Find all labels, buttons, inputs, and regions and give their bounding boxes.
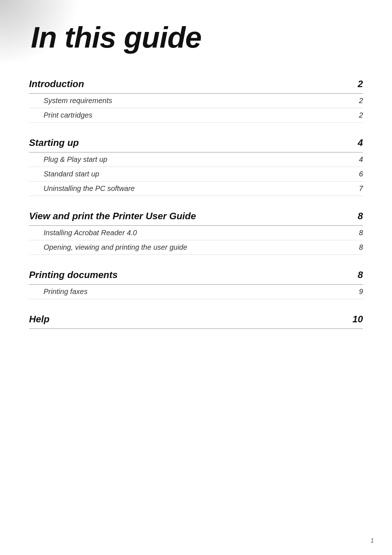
toc-page-help: 10 (348, 314, 363, 325)
toc-subitem-starting-up-1: Standard start up6 (29, 167, 363, 181)
table-of-contents: Introduction2System requirements2Print c… (0, 75, 392, 336)
toc-page-printing-documents: 8 (348, 269, 363, 281)
page-title: In this guide (0, 0, 392, 60)
toc-sublabel-printing-documents-0: Printing faxes (44, 287, 87, 296)
toc-section-header-introduction: Introduction2 (29, 75, 363, 94)
toc-section-header-printing-documents: Printing documents8 (29, 266, 363, 285)
toc-sublabel-view-and-print-0: Installing Acrobat Reader 4.0 (44, 229, 137, 237)
toc-subpage-view-and-print-0: 8 (348, 229, 363, 237)
page-number: 1 (371, 538, 374, 544)
toc-sublabel-view-and-print-1: Opening, viewing and printing the user g… (44, 243, 187, 252)
toc-section-header-help: Help10 (29, 310, 363, 329)
toc-subpage-introduction-1: 2 (348, 111, 363, 119)
toc-subitem-view-and-print-0: Installing Acrobat Reader 4.08 (29, 226, 363, 240)
toc-subpage-printing-documents-0: 9 (348, 287, 363, 296)
toc-section-starting-up: Starting up4Plug & Play start up4Standar… (29, 134, 363, 203)
toc-subitem-view-and-print-1: Opening, viewing and printing the user g… (29, 240, 363, 255)
toc-label-printing-documents: Printing documents (29, 269, 118, 281)
toc-section-help: Help10 (29, 310, 363, 336)
toc-section-printing-documents: Printing documents8Printing faxes9 (29, 266, 363, 306)
toc-subitem-printing-documents-0: Printing faxes9 (29, 285, 363, 299)
toc-subitem-starting-up-2: Uninstalling the PC software7 (29, 181, 363, 196)
toc-subpage-starting-up-2: 7 (348, 184, 363, 193)
toc-sublabel-starting-up-0: Plug & Play start up (44, 155, 107, 164)
toc-subitem-introduction-0: System requirements2 (29, 94, 363, 108)
toc-sublabel-starting-up-1: Standard start up (44, 170, 99, 178)
toc-subitem-introduction-1: Print cartridges2 (29, 108, 363, 123)
toc-sublabel-starting-up-2: Uninstalling the PC software (44, 184, 135, 193)
toc-label-introduction: Introduction (29, 78, 84, 90)
toc-page-introduction: 2 (348, 78, 363, 90)
toc-section-view-and-print: View and print the Printer User Guide8In… (29, 207, 363, 262)
toc-label-starting-up: Starting up (29, 137, 79, 148)
toc-subpage-view-and-print-1: 8 (348, 243, 363, 252)
toc-subitem-starting-up-0: Plug & Play start up4 (29, 152, 363, 167)
toc-subpage-starting-up-0: 4 (348, 155, 363, 164)
toc-subpage-introduction-0: 2 (348, 97, 363, 105)
toc-page-view-and-print: 8 (348, 211, 363, 222)
toc-sublabel-introduction-0: System requirements (44, 97, 112, 105)
toc-sublabel-introduction-1: Print cartridges (44, 111, 93, 119)
toc-section-header-starting-up: Starting up4 (29, 134, 363, 152)
toc-section-introduction: Introduction2System requirements2Print c… (29, 75, 363, 130)
toc-subpage-starting-up-1: 6 (348, 170, 363, 178)
toc-section-header-view-and-print: View and print the Printer User Guide8 (29, 207, 363, 226)
toc-page-starting-up: 4 (348, 137, 363, 148)
toc-label-view-and-print: View and print the Printer User Guide (29, 211, 196, 222)
toc-label-help: Help (29, 314, 49, 325)
